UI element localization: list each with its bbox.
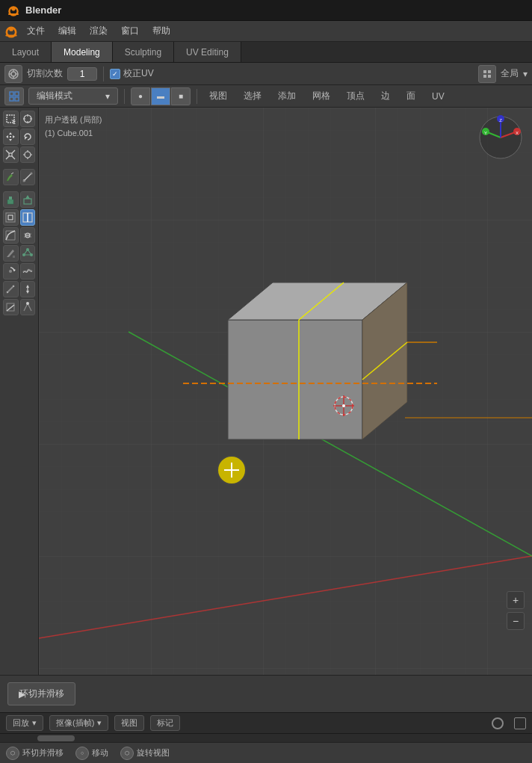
- keying-label: 抠像(插帧): [56, 717, 94, 729]
- svg-marker-30: [13, 135, 15, 138]
- svg-marker-27: [9, 132, 12, 135]
- timeline-markers-btn[interactable]: 标记: [150, 715, 180, 731]
- vertex-menu[interactable]: 顶点: [341, 88, 371, 104]
- select-menu[interactable]: 选择: [238, 88, 267, 104]
- timeline-view-label: 视图: [121, 717, 137, 729]
- edge-crease-tool[interactable]: [3, 281, 19, 297]
- poly-build-tool[interactable]: [20, 245, 36, 262]
- svg-rect-62: [13, 256, 15, 258]
- edge-select-btn[interactable]: ▬: [151, 87, 170, 105]
- expand-icon: ▾: [523, 69, 528, 79]
- transform-tool[interactable]: [20, 146, 36, 163]
- axes-gizmo[interactable]: X Y Z: [478, 115, 523, 160]
- cut-count-value[interactable]: 1: [67, 67, 97, 81]
- app-title: Blender: [25, 4, 61, 16]
- left-toolbar: [0, 108, 39, 675]
- svg-text:Z: Z: [499, 118, 502, 123]
- menu-help[interactable]: 帮助: [146, 23, 176, 39]
- uv-menu[interactable]: UV: [426, 90, 451, 103]
- push-pull-tool[interactable]: [20, 281, 36, 297]
- timeline-record: [492, 717, 504, 729]
- bevel-tool[interactable]: [3, 227, 19, 244]
- operator-panel: ▶ 环切并滑移: [0, 675, 532, 712]
- footer-orbit: ⬡ 旋转视图: [120, 747, 170, 760]
- zoom-out-btn[interactable]: −: [507, 612, 525, 630]
- header-toolbar: 切割次数 1 ✓ 校正UV 全局 ▾: [0, 63, 532, 85]
- smooth-tool[interactable]: [20, 263, 36, 279]
- move-tool[interactable]: [3, 129, 19, 145]
- svg-marker-73: [26, 291, 29, 294]
- header-menu-icon[interactable]: [4, 65, 22, 83]
- svg-rect-54: [8, 215, 13, 220]
- add-menu[interactable]: 添加: [272, 88, 302, 104]
- tab-modeling[interactable]: Modeling: [52, 42, 113, 62]
- rip-tool[interactable]: [20, 299, 36, 315]
- svg-point-38: [25, 152, 31, 158]
- loop-cut-slide-btn[interactable]: ▶ 环切并滑移: [7, 682, 75, 705]
- cursor-tool[interactable]: [20, 111, 36, 127]
- svg-point-47: [22, 180, 25, 182]
- cut-count-label: 切割次数: [27, 67, 63, 80]
- svg-rect-13: [488, 70, 491, 73]
- svg-line-44: [24, 173, 31, 181]
- rotate-tool[interactable]: [20, 129, 36, 145]
- svg-point-64: [26, 248, 29, 251]
- timeline-view-btn[interactable]: 视图: [114, 715, 144, 731]
- menu-file[interactable]: 文件: [21, 23, 51, 39]
- menu-window[interactable]: 窗口: [115, 23, 145, 39]
- knife-tool[interactable]: [3, 245, 19, 262]
- timeline-expand-btn[interactable]: [514, 717, 526, 729]
- svg-rect-14: [483, 75, 486, 78]
- menu-edit[interactable]: 编辑: [52, 23, 82, 39]
- footer-move-label: 移动: [92, 747, 108, 759]
- footer-loop-cut-label: 环切并滑移: [22, 747, 64, 759]
- svg-marker-28: [9, 139, 12, 141]
- svg-rect-16: [10, 92, 13, 96]
- mesh-menu[interactable]: 网格: [306, 88, 336, 104]
- face-menu[interactable]: 面: [400, 88, 421, 104]
- menu-render[interactable]: 渲染: [84, 23, 114, 39]
- timeline-playback-btn[interactable]: 回放 ▾: [6, 715, 43, 731]
- mode-toolbar: 编辑模式 ▾ ● ▬ ■ 视图 选择 添加 网格 顶点 边 面 UV: [0, 85, 532, 108]
- svg-rect-18: [10, 97, 13, 101]
- shear-tool[interactable]: [3, 299, 19, 315]
- svg-line-37: [6, 150, 9, 153]
- mode-icon[interactable]: [4, 87, 24, 105]
- edge-slide-tool[interactable]: [20, 227, 36, 244]
- mode-separator-2: [197, 89, 197, 104]
- vertex-select-btn[interactable]: ●: [131, 87, 150, 105]
- select-box-tool[interactable]: [3, 111, 19, 127]
- checkbox-icon: ✓: [110, 69, 120, 79]
- svg-point-4: [9, 27, 13, 31]
- mouse-right-icon: ⬡: [120, 747, 134, 760]
- svg-point-7: [11, 72, 16, 76]
- zoom-controls[interactable]: + −: [507, 591, 525, 630]
- record-btn[interactable]: [492, 717, 504, 729]
- svg-point-65: [30, 253, 33, 256]
- edit-mode-dropdown[interactable]: 编辑模式 ▾: [28, 87, 118, 105]
- zoom-in-btn[interactable]: +: [507, 591, 525, 609]
- extrude-manifold-tool[interactable]: [20, 191, 36, 208]
- timeline-keying-btn[interactable]: 抠像(插帧) ▾: [49, 715, 108, 731]
- loop-cut-tool[interactable]: [20, 209, 36, 226]
- view-menu[interactable]: 视图: [203, 88, 233, 104]
- scale-tool[interactable]: [3, 146, 19, 163]
- measure-tool[interactable]: [20, 169, 36, 185]
- annotate-tool[interactable]: [3, 169, 19, 185]
- tab-uv-editing[interactable]: UV Editing: [174, 42, 241, 62]
- tab-sculpting[interactable]: Sculpting: [113, 42, 174, 62]
- scroll-thumb[interactable]: [37, 735, 75, 741]
- global-icon[interactable]: [478, 65, 496, 83]
- svg-rect-19: [15, 97, 19, 101]
- tab-layout[interactable]: Layout: [0, 42, 52, 62]
- spin-tool[interactable]: [3, 263, 19, 279]
- bottom-scrollbar[interactable]: [0, 733, 532, 742]
- edge-menu[interactable]: 边: [375, 88, 396, 104]
- timeline: 回放 ▾ 抠像(插帧) ▾ 视图 标记: [0, 712, 532, 733]
- viewport[interactable]: 用户透视 (局部) (1) Cube.001: [39, 108, 532, 675]
- face-select-btn[interactable]: ■: [171, 87, 191, 105]
- inset-tool[interactable]: [3, 209, 19, 226]
- global-label: 全局: [501, 67, 519, 80]
- correct-uv-checkbox[interactable]: ✓ 校正UV: [110, 67, 154, 80]
- extrude-region-tool[interactable]: [3, 191, 19, 208]
